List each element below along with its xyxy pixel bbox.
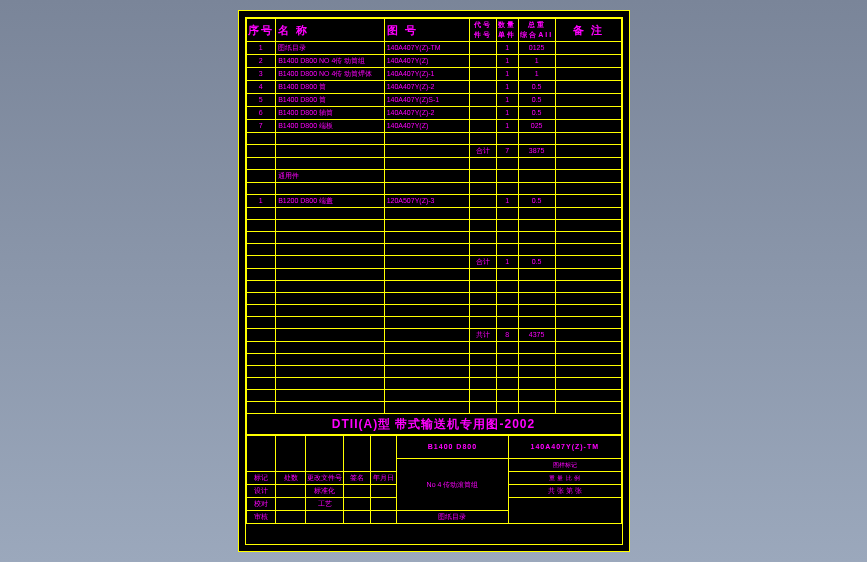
- rev-sign: 签名: [344, 472, 370, 485]
- subtotal-wt: 0.5: [518, 256, 555, 269]
- grandtotal-qty: 8: [497, 329, 519, 342]
- cell-wt: 1: [518, 55, 555, 68]
- cell: [469, 94, 496, 107]
- cell-name: B1400 D800 筒: [276, 94, 385, 107]
- hdr-wt-top: 总重: [528, 21, 546, 28]
- cell-seq: 6: [246, 107, 276, 120]
- cad-drawing-sheet: 序号 名 称 图 号 代号 件号 数量 单件 总重 综合AII 备 注 1图纸目…: [238, 10, 630, 552]
- title-band: DTII(A)型 带式输送机专用图-2002: [246, 414, 621, 435]
- grandtotal-row: 共计84375: [246, 329, 621, 342]
- table-row: [246, 244, 621, 256]
- cell-name: B1400 D800 NO 4传 动筒组: [276, 55, 385, 68]
- cell-name: B1400 D800 端板: [276, 120, 385, 133]
- subtotal-row: 合计73875: [246, 145, 621, 158]
- table-row: [246, 281, 621, 293]
- cell-name: B1400 D800 筒: [276, 81, 385, 94]
- hdr-note: 备 注: [555, 19, 621, 42]
- table-row: [246, 402, 621, 414]
- cell-qty: 1: [497, 81, 519, 94]
- sheet-number: 140A407Y(Z)-TM: [509, 436, 621, 459]
- cell: [469, 81, 496, 94]
- rev-count: 处数: [276, 472, 306, 485]
- hdr-code-top: 代号: [474, 21, 492, 28]
- subtotal-label: 合计: [469, 145, 496, 158]
- table-row: 5B1400 D800 筒140A407Y(Z)S-110.5: [246, 94, 621, 107]
- cell: [469, 42, 496, 55]
- hdr-qty: 数量 单件: [497, 19, 519, 42]
- cell: [555, 42, 621, 55]
- subtotal-wt: 3875: [518, 145, 555, 158]
- rev-mark: 标记: [246, 472, 276, 485]
- cell-seq: 2: [246, 55, 276, 68]
- cell-qty: 1: [497, 120, 519, 133]
- cell-qty: 1: [497, 94, 519, 107]
- attach-label: 通用件: [276, 170, 385, 183]
- grandtotal-wt: 4375: [518, 329, 555, 342]
- cell-drw: 140A407Y(Z): [384, 120, 469, 133]
- subtotal-row: 合计10.5: [246, 256, 621, 269]
- table-row: [246, 354, 621, 366]
- std-label: 标准化: [306, 485, 344, 498]
- cell: [469, 107, 496, 120]
- table-row: [246, 158, 621, 170]
- cell-seq: 3: [246, 68, 276, 81]
- sheet-info: 共 张 第 张: [509, 485, 621, 498]
- cell-seq: 4: [246, 81, 276, 94]
- table-row: [246, 220, 621, 232]
- cell-wt: 025: [518, 120, 555, 133]
- cell-drw: 140A407Y(Z)-1: [384, 68, 469, 81]
- approve-label: 审核: [246, 511, 276, 524]
- table-row: 4B1400 D800 筒140A407Y(Z)-210.5: [246, 81, 621, 94]
- weight-header: 重 量: [549, 475, 563, 481]
- cell-drw: 140A407Y(Z)S-1: [384, 94, 469, 107]
- cell-wt: 0125: [518, 42, 555, 55]
- cell: [555, 120, 621, 133]
- cell: [555, 55, 621, 68]
- cell-seq: 5: [246, 94, 276, 107]
- title-band-row: DTII(A)型 带式输送机专用图-2002: [246, 414, 621, 435]
- hdr-qty-bot: 单件: [498, 31, 516, 38]
- cell-wt: 0.5: [518, 195, 555, 208]
- cell: [469, 120, 496, 133]
- model-row: B1400 D800 140A407Y(Z)-TM: [246, 436, 621, 459]
- cell-qty: 1: [497, 107, 519, 120]
- table-row: [246, 208, 621, 220]
- model-label: B1400 D800: [396, 436, 508, 459]
- cell-seq: 7: [246, 120, 276, 133]
- table-row: [246, 390, 621, 402]
- hdr-seq: 序号: [246, 19, 276, 42]
- cell-seq: 1: [246, 42, 276, 55]
- table-row: [246, 232, 621, 244]
- bom-table: 序号 名 称 图 号 代号 件号 数量 单件 总重 综合AII 备 注 1图纸目…: [246, 18, 622, 435]
- table-row: 1图纸目录140A407Y(Z)-TM10125: [246, 42, 621, 55]
- cell-qty: 1: [497, 55, 519, 68]
- cell-name: 图纸目录: [276, 42, 385, 55]
- cell: [555, 68, 621, 81]
- drawing-frame: 序号 名 称 图 号 代号 件号 数量 单件 总重 综合AII 备 注 1图纸目…: [245, 17, 623, 545]
- cell-drw: 140A407Y(Z)-2: [384, 81, 469, 94]
- table-row: 3B1400 D800 NO 4传 动筒焊体140A407Y(Z)-111: [246, 68, 621, 81]
- grandtotal-label: 共计: [469, 329, 496, 342]
- proc-label: 工艺: [306, 498, 344, 511]
- cell-name: B1400 D800 NO 4传 动筒焊体: [276, 68, 385, 81]
- cell-drw: 140A407Y(Z): [384, 55, 469, 68]
- hdr-qty-top: 数量: [498, 21, 516, 28]
- bottom-label: 图纸目录: [396, 511, 508, 524]
- table-row: 通用件: [246, 170, 621, 183]
- cell: [555, 81, 621, 94]
- design-label: 设计: [246, 485, 276, 498]
- hdr-drwno: 图 号: [384, 19, 469, 42]
- hdr-code: 代号 件号: [469, 19, 496, 42]
- cell-drw: 140A407Y(Z)-TM: [384, 42, 469, 55]
- cell-wt: 1: [518, 68, 555, 81]
- rev-doc: 更改文件号: [306, 472, 344, 485]
- cell-wt: 0.5: [518, 94, 555, 107]
- table-row: [246, 342, 621, 354]
- stage-header: 图样标记: [509, 459, 621, 472]
- hdr-wt: 总重 综合AII: [518, 19, 555, 42]
- subtotal-qty: 7: [497, 145, 519, 158]
- cell-wt: 0.5: [518, 107, 555, 120]
- scale-header: 比 例: [566, 475, 580, 481]
- table-row: 2B1400 D800 NO 4传 动筒组140A407Y(Z)11: [246, 55, 621, 68]
- cell-qty: 1: [497, 68, 519, 81]
